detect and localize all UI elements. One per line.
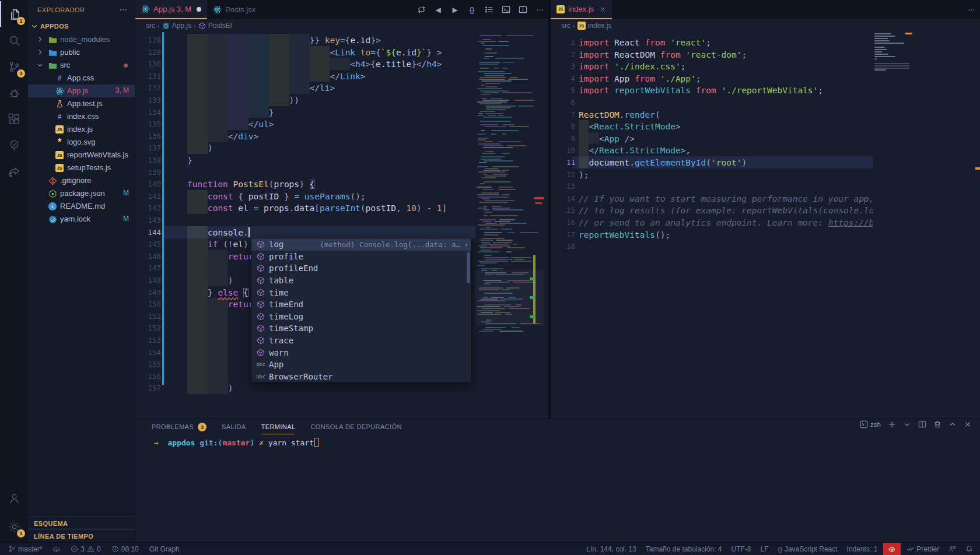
shell-selector[interactable]: zsh — [860, 420, 881, 428]
line-number: 152 — [141, 324, 161, 332]
file-node_modules[interactable]: node_modules — [28, 33, 135, 46]
suggest-item-profileEnd[interactable]: profileEnd — [251, 262, 471, 275]
token: h4 — [355, 59, 365, 69]
toolbar-split[interactable] — [516, 3, 529, 16]
activity-settings[interactable]: 1 — [0, 514, 28, 539]
file-src[interactable]: src — [28, 59, 135, 72]
status-indents[interactable]: Indents: 1 — [844, 543, 881, 555]
panel-action-trash[interactable] — [933, 420, 942, 428]
status-encoding[interactable]: UTF-8 — [728, 543, 755, 555]
token: ReactDOM — [579, 110, 620, 120]
file-App.test.js[interactable]: App.test.js — [28, 97, 135, 110]
status-cursor-position[interactable]: Lín. 144, col. 13 — [583, 543, 639, 555]
minimap-line — [482, 198, 490, 199]
suggest-item-timeLog[interactable]: timeLog — [251, 311, 471, 323]
suggest-item-table[interactable]: table — [251, 275, 471, 287]
panel-action-chevdown[interactable] — [903, 420, 911, 428]
suggest-item-timeEnd[interactable]: timeEnd — [251, 298, 471, 311]
file-logo.svg[interactable]: *logo.svg — [28, 136, 135, 149]
toolbar-back[interactable]: ◀ — [432, 3, 444, 16]
minimap[interactable] — [873, 32, 911, 417]
status-problems[interactable]: 30 — [67, 543, 104, 555]
panel-action-close[interactable] — [964, 420, 972, 428]
status-language-mode[interactable]: {}JavaScript React — [775, 543, 841, 555]
toolbar-more[interactable]: ⋯ — [965, 3, 978, 16]
line-number: 157 — [141, 384, 161, 392]
status-publish[interactable] — [49, 543, 64, 555]
panel-action-chevup[interactable] — [949, 420, 957, 428]
status-feedback[interactable] — [945, 543, 960, 555]
status-label: JavaScript React — [785, 545, 838, 553]
file-App.js[interactable]: App.js3, M — [28, 85, 135, 97]
suggest-item-profile[interactable]: profile — [251, 251, 471, 263]
panel-action-split[interactable] — [918, 420, 926, 428]
file-index.css[interactable]: #index.css — [28, 110, 135, 123]
code-area[interactable]: 1import React from 'react';2import React… — [551, 0, 873, 419]
activity-explorer[interactable]: 1 — [0, 1, 28, 27]
terminal-token — [159, 438, 168, 447]
section-0[interactable]: ESQUEMA — [28, 517, 135, 529]
status-git-branch[interactable]: master* — [5, 543, 46, 555]
minimap-line — [874, 63, 909, 64]
file-reportWebVitals.js[interactable]: JSreportWebVitals.js — [28, 149, 135, 161]
suggest-item-log[interactable]: log(method) Console.log(...data: a…› — [251, 238, 471, 251]
toolbar-more[interactable]: ⋯ — [533, 3, 546, 16]
suggest-item-BrowserRouter[interactable]: abcBrowserRouter — [251, 371, 471, 383]
status-prettier[interactable]: Prettier — [903, 543, 943, 555]
file-.gitignore[interactable]: .gitignore — [28, 174, 135, 187]
status-notifications[interactable] — [962, 543, 977, 555]
suggest-item-time[interactable]: time — [251, 286, 471, 298]
file-yarn.lock[interactable]: yarn.lockM — [28, 213, 135, 226]
activity-search[interactable] — [0, 27, 28, 53]
panel-tab-SALIDA[interactable]: SALIDA — [222, 419, 246, 434]
file-App.css[interactable]: #App.css — [28, 72, 135, 85]
suggest-item-warn[interactable]: warn — [251, 346, 471, 359]
panel-action-plus[interactable] — [888, 420, 896, 428]
panel-tab-CONSOLA DE DEPURACIÓN[interactable]: CONSOLA DE DEPURACIÓN — [310, 419, 401, 434]
chevron-right — [36, 36, 44, 45]
suggest-expand-icon[interactable]: › — [464, 240, 468, 249]
status-tab-size[interactable]: Tamaño de tabulación: 4 — [642, 543, 726, 555]
suggest-item-App[interactable]: abcApp — [251, 359, 471, 371]
activity-source-control[interactable]: 3 — [0, 54, 28, 79]
section-1[interactable]: LÍNEA DE TIEMPO — [28, 529, 135, 542]
suggest-item-trace[interactable]: trace — [251, 335, 471, 347]
token: 10 — [406, 203, 416, 213]
panel-tab-PROBLEMAS[interactable]: PROBLEMAS3 — [152, 419, 206, 434]
more-actions-icon[interactable]: ⋯ — [120, 5, 128, 14]
panel-tab-TERMINAL[interactable]: TERMINAL — [261, 419, 296, 434]
toolbar-forward[interactable]: ▶ — [449, 3, 461, 16]
minimap-line — [491, 134, 496, 135]
file-public[interactable]: public — [28, 46, 135, 59]
file-README.md[interactable]: iREADME.md — [28, 200, 135, 213]
token: const — [208, 192, 233, 201]
terminal-token: ✗ — [259, 438, 264, 447]
toolbar-list[interactable] — [482, 3, 495, 16]
status-eol[interactable]: LF — [757, 543, 772, 555]
text-icon: abc — [256, 372, 265, 381]
project-root-row[interactable]: APPDOS — [28, 20, 135, 33]
toolbar-braces[interactable]: {} — [466, 3, 478, 16]
activity-run-debug[interactable] — [0, 80, 28, 106]
activity-testing[interactable] — [0, 132, 28, 158]
minimap[interactable] — [475, 32, 544, 419]
activity-live-share[interactable] — [0, 159, 28, 184]
status-extension-badge[interactable] — [883, 543, 901, 555]
file-package.json[interactable]: package.jsonM — [28, 187, 135, 200]
status-git-graph[interactable]: Git Graph — [146, 543, 183, 555]
activity-extensions[interactable] — [0, 106, 28, 132]
minimap-line — [480, 68, 489, 69]
file-index.js[interactable]: JSindex.js — [28, 123, 135, 136]
activity-accounts[interactable] — [0, 486, 28, 511]
token: ReactDOM — [609, 50, 660, 59]
file-label: .gitignore — [60, 176, 91, 185]
status-label: Tamaño de tabulación: 4 — [646, 545, 722, 553]
terminal-prompt[interactable]: → appdos git:(master) ✗ yarn start — [154, 438, 319, 447]
suggest-item-timeStamp[interactable]: timeStamp — [251, 322, 471, 335]
file-setupTests.js[interactable]: JSsetupTests.js — [28, 161, 135, 174]
toolbar-terminal[interactable] — [499, 3, 512, 16]
toolbar-compare[interactable] — [415, 3, 428, 16]
suggest-scrollbar[interactable] — [467, 252, 470, 283]
status-timer[interactable]: 08:10 — [108, 543, 142, 555]
line-number: 5 — [555, 86, 575, 94]
